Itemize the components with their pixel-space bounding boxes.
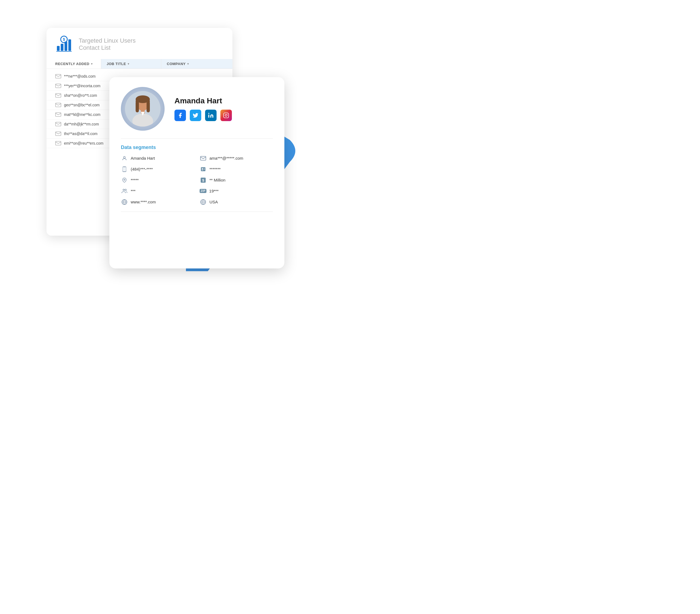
svg-point-34 [202, 168, 203, 169]
instagram-icon [223, 112, 229, 118]
svg-point-41 [123, 189, 124, 190]
email-icon [55, 84, 61, 88]
svg-rect-10 [55, 103, 61, 107]
col-job-title[interactable]: JOB TITLE ▾ [101, 59, 161, 68]
col-company[interactable]: COMPANY ▾ [161, 59, 233, 68]
svg-point-27 [124, 156, 125, 158]
svg-rect-33 [201, 167, 205, 171]
chevron-down-icon: ▾ [91, 62, 93, 65]
svg-point-24 [208, 113, 210, 114]
svg-rect-37 [204, 169, 205, 170]
svg-point-38 [124, 179, 125, 180]
svg-rect-25 [224, 113, 228, 117]
revenue-icon: $ [200, 177, 207, 184]
chevron-down-icon: ▾ [128, 62, 129, 65]
zip-badge: ZIP [200, 189, 207, 193]
twitter-button[interactable] [190, 110, 201, 121]
svg-rect-20 [147, 101, 150, 112]
contact-country: USA [210, 200, 218, 204]
svg-rect-14 [55, 141, 61, 145]
contact-info: Amanda Hart [174, 97, 273, 121]
svg-rect-13 [55, 132, 61, 136]
contact-location: ***** [131, 178, 139, 182]
svg-rect-36 [204, 168, 205, 169]
svg-text:$: $ [63, 37, 65, 41]
logo-icon: $ [55, 36, 73, 53]
data-grid: Amanda Hart ama***@*****.com (484)***-**… [121, 155, 273, 205]
country-icon [200, 199, 207, 205]
list-card-header: $ Targeted Linux Users Contact List [47, 28, 233, 53]
detail-divider [121, 212, 273, 212]
data-item-zip: ZIP 19*** [200, 188, 273, 195]
facebook-button[interactable] [174, 110, 186, 121]
contact-revenue: ** Million [210, 178, 225, 182]
linkedin-button[interactable] [205, 110, 216, 121]
data-segments-title: Data segments [121, 145, 273, 150]
email-icon [55, 112, 61, 117]
data-item-name: Amanda Hart [121, 155, 194, 162]
email-icon [55, 93, 61, 98]
svg-rect-7 [55, 74, 61, 78]
svg-rect-8 [55, 84, 61, 88]
contact-phone: (484)***-**** [131, 167, 153, 172]
svg-rect-19 [136, 101, 139, 112]
employees-icon [121, 188, 128, 195]
detail-card: Amanda Hart Data segments [109, 77, 284, 268]
website-icon [121, 199, 128, 205]
svg-rect-12 [55, 122, 61, 126]
linkedin-icon [208, 112, 214, 118]
email-icon [200, 155, 207, 162]
location-icon [121, 177, 128, 184]
svg-rect-4 [64, 41, 67, 51]
instagram-button[interactable] [221, 110, 232, 121]
contact-id: ******* [210, 167, 221, 172]
data-item-id: ******* [200, 166, 273, 173]
person-icon [121, 155, 128, 162]
email-icon [55, 103, 61, 107]
email-icon [55, 74, 61, 78]
svg-rect-2 [57, 46, 60, 51]
svg-rect-9 [55, 93, 61, 97]
data-item-phone: (484)***-**** [121, 166, 194, 173]
contact-name: Amanda Hart [174, 97, 273, 105]
contact-full-name: Amanda Hart [131, 156, 155, 161]
avatar [121, 87, 165, 131]
svg-rect-5 [68, 39, 71, 51]
svg-text:$: $ [202, 178, 204, 182]
svg-point-42 [125, 189, 126, 190]
col-recently-added[interactable]: RECENTLY ADDED ▾ [47, 59, 101, 68]
svg-rect-3 [61, 44, 63, 51]
data-item-location: ***** [121, 177, 194, 184]
list-columns: RECENTLY ADDED ▾ JOB TITLE ▾ COMPANY ▾ [47, 59, 233, 69]
facebook-icon [177, 112, 183, 118]
phone-icon [121, 166, 128, 173]
svg-rect-30 [123, 167, 126, 171]
chevron-down-icon: ▾ [187, 62, 189, 65]
email-icon [55, 141, 61, 146]
data-item-country: USA [200, 199, 273, 205]
scene: $ Targeted Linux Users Contact List RECE… [38, 20, 312, 288]
email-icon [55, 131, 61, 136]
data-item-employees: *** [121, 188, 194, 195]
svg-rect-35 [202, 170, 203, 170]
contact-header: Amanda Hart [121, 87, 273, 139]
avatar-inner [125, 91, 161, 127]
contact-website: www.****.com [131, 200, 156, 204]
social-icons [174, 110, 273, 121]
data-item-revenue: $ ** Million [200, 177, 273, 184]
list-card-title: Targeted Linux Users Contact List [79, 37, 136, 51]
twitter-icon [192, 112, 199, 118]
contact-employees: *** [131, 189, 136, 193]
person-illustration [125, 91, 161, 127]
svg-rect-11 [55, 113, 61, 116]
email-icon [55, 122, 61, 126]
data-item-email: ama***@*****.com [200, 155, 273, 162]
svg-point-32 [124, 171, 125, 172]
contact-email: ama***@*****.com [210, 156, 243, 161]
data-item-website: www.****.com [121, 199, 194, 205]
contact-zip: 19*** [209, 189, 218, 193]
id-icon [200, 166, 207, 173]
